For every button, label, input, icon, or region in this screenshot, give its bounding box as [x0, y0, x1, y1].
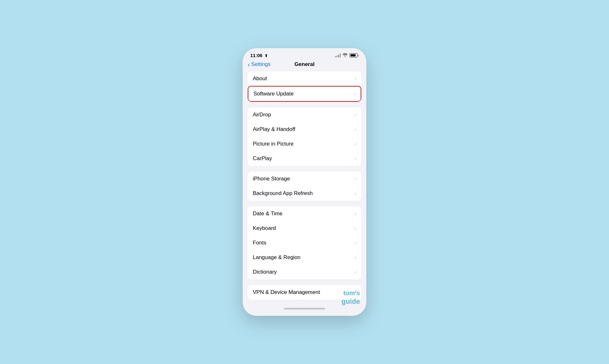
- section-storage: iPhone Storage › Background App Refresh …: [248, 172, 361, 201]
- status-icons: [335, 53, 359, 58]
- chevron-icon: ›: [355, 127, 356, 132]
- menu-item-keyboard[interactable]: Keyboard ›: [248, 221, 361, 236]
- menu-item-language-region[interactable]: Language & Region ›: [248, 250, 361, 265]
- page-title: General: [294, 61, 314, 68]
- menu-item-iphone-storage[interactable]: iPhone Storage ›: [248, 172, 361, 186]
- chevron-icon: ›: [355, 226, 356, 231]
- back-label: Settings: [251, 61, 271, 68]
- settings-content: About › Software Update › AirDrop › AirP…: [243, 71, 366, 305]
- menu-item-background-app-refresh[interactable]: Background App Refresh ›: [248, 186, 361, 201]
- chevron-icon: ›: [355, 156, 356, 161]
- chevron-icon: ›: [355, 76, 356, 81]
- home-indicator: [243, 305, 366, 313]
- chevron-icon: ›: [355, 141, 356, 146]
- back-button[interactable]: ‹ Settings: [248, 61, 271, 68]
- menu-item-fonts[interactable]: Fonts ›: [248, 236, 361, 250]
- chevron-icon: ›: [355, 255, 356, 260]
- menu-item-carplay[interactable]: CarPlay ›: [248, 151, 361, 166]
- chevron-icon: ›: [355, 112, 356, 117]
- wifi-icon: [343, 53, 348, 58]
- menu-item-dictionary[interactable]: Dictionary ›: [248, 265, 361, 279]
- menu-item-about[interactable]: About ›: [248, 71, 361, 86]
- watermark: tom's guide: [341, 289, 360, 306]
- chevron-icon: ›: [355, 240, 356, 245]
- location-arrow-icon: ⬆: [265, 54, 268, 58]
- section-about: About › Software Update ›: [248, 71, 361, 102]
- chevron-icon: ›: [355, 191, 356, 196]
- back-chevron-icon: ‹: [248, 61, 250, 68]
- section-connectivity: AirDrop › AirPlay & Handoff › Picture in…: [248, 107, 361, 166]
- menu-item-airplay-handoff[interactable]: AirPlay & Handoff ›: [248, 122, 361, 137]
- section-locale: Date & Time › Keyboard › Fonts › Languag…: [248, 206, 361, 279]
- phone-frame: 11:06 ⬆ ‹ Se: [243, 48, 366, 316]
- status-bar: 11:06 ⬆: [243, 48, 366, 60]
- signal-icon: [335, 54, 341, 57]
- chevron-icon: ›: [355, 211, 356, 216]
- nav-bar: ‹ Settings General: [243, 60, 366, 71]
- menu-item-airdrop[interactable]: AirDrop ›: [248, 107, 361, 122]
- chevron-icon: ›: [355, 176, 356, 181]
- status-time: 11:06 ⬆: [250, 53, 268, 58]
- chevron-icon: ›: [355, 270, 356, 275]
- chevron-icon: ›: [354, 91, 356, 96]
- menu-item-picture-in-picture[interactable]: Picture in Picture ›: [248, 137, 361, 151]
- battery-icon: [350, 53, 359, 57]
- menu-item-software-update[interactable]: Software Update ›: [248, 86, 361, 102]
- menu-item-date-time[interactable]: Date & Time ›: [248, 206, 361, 221]
